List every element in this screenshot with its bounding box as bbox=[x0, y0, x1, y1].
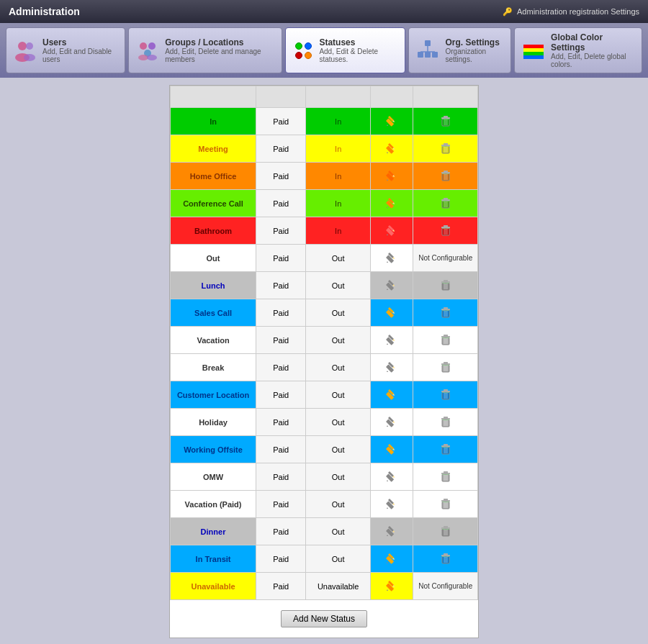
svg-marker-93 bbox=[387, 343, 388, 345]
svg-rect-89 bbox=[444, 307, 448, 309]
table-row: Customer LocationPaidOut bbox=[171, 381, 478, 409]
svg-marker-113 bbox=[387, 398, 388, 399]
status-type-cell: Out bbox=[306, 354, 371, 381]
nav-item-colors[interactable]: Global Color Settings Add, Edit, Delete … bbox=[514, 27, 642, 73]
status-name-cell: OMW bbox=[171, 463, 256, 491]
table-row: In TransitPaidOut bbox=[171, 545, 478, 573]
edit-cell[interactable] bbox=[370, 463, 413, 491]
svg-rect-35 bbox=[444, 143, 448, 145]
svg-rect-11 bbox=[425, 52, 431, 58]
status-pay-cell: Paid bbox=[256, 245, 306, 272]
statuses-sub: Add, Edit & Delete statuses. bbox=[319, 47, 397, 63]
delete-cell[interactable] bbox=[413, 163, 478, 190]
edit-cell[interactable] bbox=[370, 245, 413, 272]
nav-bar: Users Add, Edit and Disable users Groups… bbox=[0, 23, 648, 78]
svg-marker-123 bbox=[387, 425, 388, 427]
users-title: Users bbox=[42, 37, 117, 47]
status-name-cell: Vacation bbox=[171, 327, 256, 354]
status-pay-cell: Paid bbox=[256, 217, 306, 245]
status-type-cell: In bbox=[306, 163, 371, 190]
nav-item-groups[interactable]: Groups / Locations Add, Edit, Delete and… bbox=[128, 27, 282, 73]
edit-cell[interactable] bbox=[370, 108, 413, 135]
edit-cell[interactable] bbox=[370, 409, 413, 436]
edit-cell[interactable] bbox=[370, 381, 413, 409]
delete-cell[interactable] bbox=[413, 327, 478, 354]
nav-item-statuses[interactable]: Statuses Add, Edit & Delete statuses. bbox=[285, 27, 405, 73]
col-header-name bbox=[171, 86, 256, 108]
status-pay-cell: Paid bbox=[256, 491, 306, 518]
delete-cell[interactable] bbox=[413, 108, 478, 135]
nav-item-org[interactable]: Org. Settings Organization settings. bbox=[408, 27, 511, 73]
delete-cell[interactable] bbox=[413, 272, 478, 299]
add-new-status-button[interactable]: Add New Status bbox=[281, 610, 367, 627]
delete-cell[interactable] bbox=[413, 436, 478, 463]
delete-cell[interactable] bbox=[413, 190, 478, 217]
edit-cell[interactable] bbox=[370, 573, 413, 600]
edit-cell[interactable] bbox=[370, 135, 413, 163]
not-configurable-label: Not Configurable bbox=[418, 254, 472, 262]
edit-cell[interactable] bbox=[370, 491, 413, 518]
delete-cell[interactable] bbox=[413, 135, 478, 163]
svg-rect-16 bbox=[523, 48, 544, 52]
svg-marker-173 bbox=[387, 562, 388, 563]
status-type-cell: Out bbox=[306, 272, 371, 299]
edit-cell[interactable] bbox=[370, 272, 413, 299]
statuses-title: Statuses bbox=[319, 37, 397, 47]
status-pay-cell: Paid bbox=[256, 518, 306, 545]
nav-item-users[interactable]: Users Add, Edit and Disable users bbox=[6, 27, 125, 73]
table-row: BathroomPaidIn bbox=[171, 217, 478, 245]
org-nav-text: Org. Settings Organization settings. bbox=[445, 37, 503, 63]
svg-rect-64 bbox=[441, 227, 450, 228]
table-row: DinnerPaidOut bbox=[171, 518, 478, 545]
edit-cell[interactable] bbox=[370, 518, 413, 545]
status-pay-cell: Paid bbox=[256, 327, 306, 354]
svg-rect-108 bbox=[441, 363, 450, 365]
delete-cell[interactable] bbox=[413, 299, 478, 327]
edit-cell[interactable] bbox=[370, 163, 413, 190]
edit-cell[interactable] bbox=[370, 354, 413, 381]
status-pay-cell: Paid bbox=[256, 381, 306, 409]
svg-marker-19 bbox=[387, 124, 388, 126]
status-name-cell: Dinner bbox=[171, 518, 256, 545]
delete-cell[interactable] bbox=[413, 518, 478, 545]
svg-marker-39 bbox=[387, 179, 388, 181]
status-name-cell: In bbox=[171, 108, 256, 135]
svg-point-4 bbox=[140, 42, 147, 50]
status-type-cell: Unavailable bbox=[306, 573, 371, 600]
svg-rect-18 bbox=[523, 55, 544, 59]
edit-cell[interactable] bbox=[370, 217, 413, 245]
svg-marker-153 bbox=[387, 507, 388, 509]
svg-marker-133 bbox=[387, 453, 388, 454]
edit-cell[interactable] bbox=[370, 299, 413, 327]
admin-settings-link[interactable]: 🔑 Administration registration Settings bbox=[503, 7, 639, 17]
delete-cell[interactable] bbox=[413, 545, 478, 573]
statuses-nav-text: Statuses Add, Edit & Delete statuses. bbox=[319, 37, 397, 63]
key-icon: 🔑 bbox=[503, 7, 513, 17]
edit-cell[interactable] bbox=[370, 190, 413, 217]
edit-cell[interactable] bbox=[370, 436, 413, 463]
svg-rect-9 bbox=[425, 40, 431, 46]
delete-cell[interactable] bbox=[413, 409, 478, 436]
svg-rect-159 bbox=[444, 499, 448, 500]
edit-cell[interactable] bbox=[370, 545, 413, 573]
delete-cell[interactable] bbox=[413, 217, 478, 245]
status-type-cell: Out bbox=[306, 436, 371, 463]
status-pay-cell: Paid bbox=[256, 299, 306, 327]
edit-cell[interactable] bbox=[370, 327, 413, 354]
status-name-cell: Unavailable bbox=[171, 573, 256, 600]
svg-rect-15 bbox=[523, 45, 544, 48]
delete-cell[interactable] bbox=[413, 491, 478, 518]
status-pay-cell: Paid bbox=[256, 163, 306, 190]
svg-rect-45 bbox=[444, 171, 448, 172]
svg-rect-109 bbox=[444, 362, 448, 363]
org-icon bbox=[416, 39, 439, 62]
delete-cell[interactable] bbox=[413, 381, 478, 409]
status-type-cell: In bbox=[306, 108, 371, 135]
delete-cell: Not Configurable bbox=[413, 245, 478, 272]
colors-sub: Add, Edit, Delete global colors. bbox=[551, 53, 634, 68]
svg-rect-12 bbox=[432, 52, 438, 58]
colors-nav-text: Global Color Settings Add, Edit, Delete … bbox=[551, 32, 634, 68]
delete-cell[interactable] bbox=[413, 354, 478, 381]
delete-cell[interactable] bbox=[413, 463, 478, 491]
groups-nav-text: Groups / Locations Add, Edit, Delete and… bbox=[165, 37, 274, 63]
